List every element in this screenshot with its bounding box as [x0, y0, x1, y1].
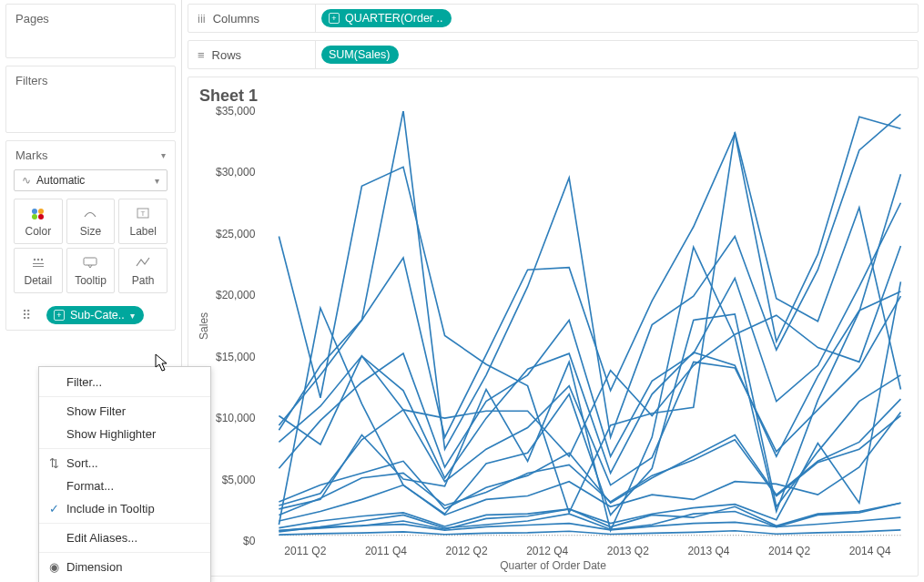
chevron-down-icon[interactable]: ▾ — [161, 150, 166, 160]
svg-point-7 — [37, 259, 39, 260]
plus-icon: + — [54, 310, 65, 321]
svg-rect-9 — [33, 263, 44, 264]
mark-type-selector[interactable]: ∿ Automatic ▾ — [14, 169, 168, 191]
marks-card: Marks ▾ ∿ Automatic ▾ Color — [5, 140, 176, 331]
menu-item-dimension[interactable]: ◉Dimension — [39, 556, 210, 578]
menu-item-format[interactable]: Format... — [39, 475, 210, 497]
tooltip-icon — [82, 254, 98, 271]
svg-rect-10 — [33, 266, 44, 267]
chevron-down-icon: ▾ — [155, 176, 159, 186]
color-icon — [30, 205, 46, 221]
filters-label: Filters — [15, 74, 47, 87]
menu-item-sort[interactable]: ⇅Sort... — [39, 452, 210, 475]
chart-plot-area[interactable] — [260, 111, 910, 541]
x-axis-ticks: 2011 Q22011 Q42012 Q22012 Q42013 Q22013 … — [265, 541, 910, 557]
detail-icon — [30, 254, 46, 271]
series-line[interactable] — [279, 281, 901, 527]
svg-point-1 — [38, 209, 44, 214]
marks-tooltip-button[interactable]: Tooltip — [66, 248, 116, 293]
marks-color-button[interactable]: Color — [14, 199, 63, 244]
svg-rect-11 — [84, 258, 96, 265]
columns-icon: iii — [198, 12, 206, 26]
pages-label: Pages — [15, 12, 49, 26]
marks-detail-button[interactable]: Detail — [14, 248, 63, 293]
marks-label: Marks — [15, 148, 47, 162]
svg-point-0 — [32, 209, 37, 214]
menu-item-show-filter[interactable]: Show Filter — [39, 400, 210, 423]
menu-item-filter[interactable]: Filter... — [39, 371, 210, 393]
checkmark-icon: ✓ — [46, 502, 61, 516]
rows-label: Rows — [212, 48, 242, 62]
series-line[interactable] — [279, 530, 901, 535]
series-line[interactable] — [279, 291, 901, 478]
filters-shelf[interactable]: Filters — [5, 66, 176, 133]
y-axis-ticks: $35,000$30,000$25,000$20,000$15,000$10,0… — [212, 111, 260, 541]
caret-down-icon: ▾ — [130, 311, 135, 321]
pages-shelf[interactable]: Pages — [5, 4, 176, 58]
columns-label: Columns — [213, 12, 259, 26]
size-icon — [82, 205, 98, 221]
marks-label-button[interactable]: T Label — [118, 199, 168, 244]
svg-text:T: T — [141, 209, 146, 218]
sheet-title[interactable]: Sheet 1 — [196, 87, 910, 111]
path-icon — [135, 254, 151, 271]
radio-selected-icon: ◉ — [46, 560, 61, 574]
view-canvas[interactable]: Sheet 1 Sales $35,000$30,000$25,000$20,0… — [188, 77, 919, 577]
columns-shelf[interactable]: iii Columns + QUARTER(Order .. — [188, 4, 919, 33]
rows-pill-sum-sales[interactable]: SUM(Sales) — [321, 46, 399, 64]
series-line[interactable] — [279, 111, 901, 449]
pill-context-menu: Filter... Show Filter Show Highlighter ⇅… — [38, 366, 211, 582]
svg-point-8 — [41, 259, 43, 260]
detail-pill-subcategory[interactable]: + Sub-Cate.. ▾ — [46, 306, 144, 324]
rows-shelf[interactable]: ≡ Rows SUM(Sales) — [188, 40, 919, 69]
svg-point-2 — [32, 214, 37, 220]
x-axis-label: Quarter of Order Date — [196, 557, 910, 572]
marks-size-button[interactable]: Size — [66, 199, 116, 244]
menu-item-show-highlighter[interactable]: Show Highlighter — [39, 423, 210, 445]
line-icon: ∿ — [22, 174, 31, 187]
label-icon: T — [135, 205, 151, 221]
columns-pill-quarter-orderdate[interactable]: + QUARTER(Order .. — [321, 9, 452, 27]
mark-type-label: Automatic — [36, 174, 85, 187]
marks-path-button[interactable]: Path — [118, 248, 168, 293]
svg-point-3 — [38, 214, 44, 220]
svg-point-6 — [34, 259, 36, 260]
rows-icon: ≡ — [198, 48, 205, 62]
sort-icon: ⇅ — [46, 456, 61, 470]
menu-item-include-in-tooltip[interactable]: ✓Include in Tooltip — [39, 497, 210, 520]
detail-icon: ⠿ — [14, 308, 39, 322]
plus-icon: + — [329, 13, 340, 24]
menu-item-edit-aliases[interactable]: Edit Aliases... — [39, 526, 210, 549]
